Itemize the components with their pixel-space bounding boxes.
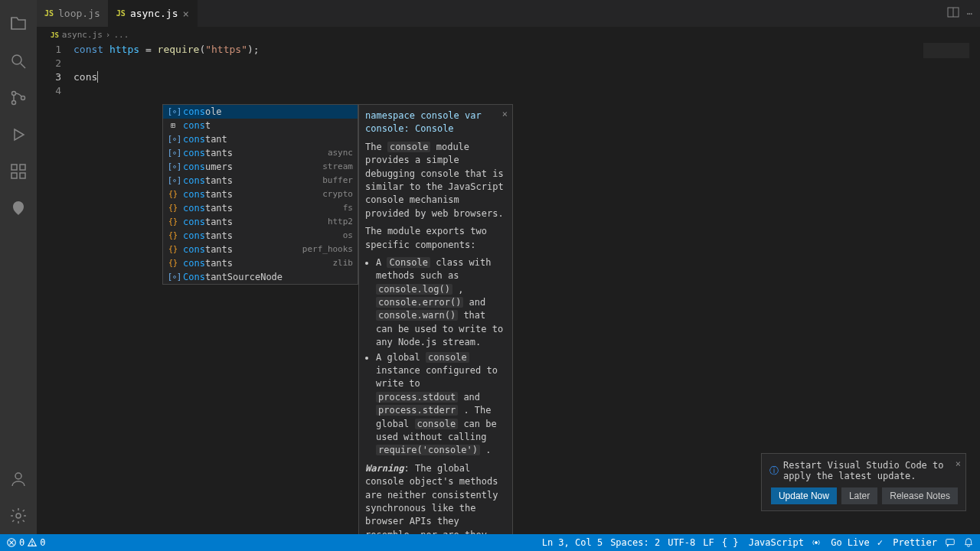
- suggestion-kind-icon: [∘]: [168, 160, 178, 174]
- js-file-icon: JS: [44, 9, 54, 18]
- svg-point-11: [16, 514, 21, 518]
- breadcrumb-file: async.js: [62, 30, 103, 40]
- suggestion-kind-icon: ⊞: [168, 119, 178, 132]
- close-icon[interactable]: ×: [956, 458, 961, 469]
- svg-point-18: [32, 544, 33, 545]
- suggestion-item[interactable]: {}constantsos: [163, 229, 358, 243]
- suggestion-detail: os: [343, 229, 353, 243]
- status-encoding[interactable]: UTF-8: [668, 537, 695, 548]
- source-control-icon[interactable]: [0, 80, 37, 116]
- svg-marker-5: [15, 129, 24, 140]
- details-list: A Console class with methods such as con…: [376, 256, 506, 458]
- suggestion-label: constant: [183, 132, 353, 146]
- search-icon[interactable]: [0, 43, 37, 80]
- suggestion-item[interactable]: [∘]ConstantSourceNode: [163, 270, 358, 284]
- status-errors[interactable]: 0 0: [6, 537, 45, 548]
- code-fn: require: [158, 44, 200, 55]
- suggestion-item[interactable]: [∘]console: [163, 105, 358, 119]
- update-now-button[interactable]: Update Now: [771, 487, 837, 504]
- suggestion-kind-icon: [∘]: [168, 132, 178, 146]
- split-editor-icon[interactable]: [947, 6, 959, 21]
- tab-loop-js[interactable]: JS loop.js: [37, 0, 109, 27]
- suggestion-item[interactable]: [∘]consumersstream: [163, 160, 358, 174]
- breadcrumb[interactable]: JS async.js › ...: [37, 27, 980, 43]
- suggestion-detail: fs: [343, 201, 353, 215]
- suggestion-item[interactable]: {}constantsfs: [163, 201, 358, 215]
- suggestion-label: constants: [183, 201, 343, 215]
- suggestion-kind-icon: [∘]: [168, 146, 178, 160]
- suggestion-item[interactable]: {}constantscrypto: [163, 187, 358, 201]
- suggestion-kind-icon: [∘]: [168, 105, 178, 119]
- scrollbar[interactable]: [969, 43, 980, 534]
- svg-point-4: [21, 96, 25, 100]
- breadcrumb-sep: ›: [106, 30, 111, 40]
- status-eol[interactable]: LF: [703, 537, 714, 548]
- status-prettier[interactable]: ✓ Prettier: [877, 537, 937, 548]
- quokka-icon[interactable]: [0, 190, 37, 227]
- svg-point-2: [12, 92, 16, 96]
- suggestion-item[interactable]: [∘]constant: [163, 132, 358, 146]
- suggestion-detail: http2: [328, 215, 353, 229]
- suggestion-detail: crypto: [322, 187, 353, 201]
- status-line-col[interactable]: Ln 3, Col 5: [542, 537, 603, 548]
- suggest-widget[interactable]: [∘]console⊞const[∘]constant[∘]constantsa…: [162, 104, 358, 285]
- more-actions-icon[interactable]: ⋯: [967, 8, 972, 19]
- breadcrumb-more: ...: [113, 30, 129, 40]
- suggestion-kind-icon: [∘]: [168, 270, 178, 284]
- tab-label: async.js: [130, 8, 178, 19]
- suggestion-detail: zlib: [333, 256, 354, 270]
- suggestion-item[interactable]: [∘]constantsbuffer: [163, 174, 358, 187]
- status-lang[interactable]: { } JavaScript: [722, 537, 804, 548]
- suggestion-kind-icon: {}: [168, 243, 178, 256]
- svg-point-19: [815, 542, 817, 544]
- svg-line-1: [21, 64, 25, 68]
- svg-point-3: [12, 101, 16, 105]
- suggestion-kind-icon: {}: [168, 256, 178, 270]
- info-icon: ⓘ: [769, 465, 779, 478]
- tab-row: JS loop.js JS async.js × ⋯: [37, 0, 980, 27]
- account-icon[interactable]: [0, 461, 37, 497]
- close-icon[interactable]: ×: [183, 8, 189, 20]
- settings-gear-icon[interactable]: [0, 497, 37, 534]
- status-bell-icon[interactable]: [963, 537, 974, 548]
- suggestion-item[interactable]: {}constantshttp2: [163, 215, 358, 229]
- suggestion-label: const: [183, 119, 353, 132]
- update-notification: × ⓘ Restart Visual Studio Code to apply …: [761, 453, 966, 511]
- notification-message: Restart Visual Studio Code to apply the …: [783, 460, 958, 481]
- tab-async-js[interactable]: JS async.js ×: [109, 0, 198, 27]
- suggestion-label: constants: [183, 174, 322, 187]
- close-icon[interactable]: ×: [502, 108, 508, 121]
- release-notes-button[interactable]: Release Notes: [882, 487, 958, 504]
- code-kw: const: [74, 44, 103, 55]
- suggestion-kind-icon: [∘]: [168, 174, 178, 187]
- suggestion-item[interactable]: [∘]constantsasync: [163, 146, 358, 160]
- suggestion-label: constants: [183, 187, 322, 201]
- suggestion-item[interactable]: {}constantsperf_hooks: [163, 243, 358, 256]
- svg-rect-9: [20, 173, 25, 178]
- details-header: namespace console var console: Console: [365, 109, 506, 136]
- debug-icon[interactable]: [0, 116, 37, 153]
- minimap-slider[interactable]: [923, 43, 969, 58]
- suggestion-kind-icon: {}: [168, 201, 178, 215]
- suggestion-kind-icon: {}: [168, 229, 178, 243]
- suggestion-label: constants: [183, 215, 328, 229]
- js-file-icon: JS: [51, 31, 59, 39]
- suggestion-item[interactable]: ⊞const: [163, 119, 358, 132]
- suggestion-kind-icon: {}: [168, 215, 178, 229]
- suggestion-detail: perf_hooks: [302, 243, 353, 256]
- suggestion-label: constants: [183, 256, 333, 270]
- details-para: The console module provides a simple deb…: [365, 141, 506, 220]
- suggestion-detail: stream: [322, 160, 353, 174]
- status-spaces[interactable]: Spaces: 2: [610, 537, 660, 548]
- status-feedback-icon[interactable]: [945, 537, 956, 548]
- status-golive[interactable]: Go Live: [812, 537, 870, 548]
- suggestion-label: consumers: [183, 160, 322, 174]
- suggestion-details[interactable]: × namespace console var console: Console…: [358, 104, 513, 534]
- later-button[interactable]: Later: [841, 487, 877, 504]
- suggestion-kind-icon: {}: [168, 187, 178, 201]
- svg-rect-7: [20, 165, 25, 170]
- suggestion-item[interactable]: {}constantszlib: [163, 256, 358, 270]
- explorer-icon[interactable]: [0, 6, 37, 43]
- suggestion-label: ConstantSourceNode: [183, 270, 353, 284]
- extensions-icon[interactable]: [0, 153, 37, 190]
